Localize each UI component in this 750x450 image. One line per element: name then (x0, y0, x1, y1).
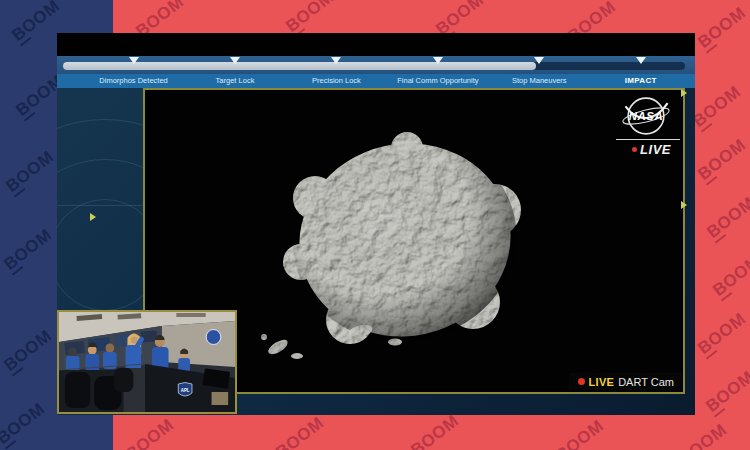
boom-watermark: BOOM (122, 415, 178, 450)
boom-watermark: BOOM (272, 413, 328, 450)
camera-name-label: DART Cam (618, 376, 674, 388)
boom-watermark: BOOM (702, 367, 750, 417)
camera-live-label: LIVE (589, 376, 615, 388)
live-divider-line (616, 139, 680, 140)
timeline-phase-label: Dimorphos Detected (99, 76, 167, 85)
boom-watermark: BOOM (703, 193, 750, 243)
timeline-phase-label: Final Comm Opportunity (397, 76, 478, 85)
mission-control-inset: APL (57, 310, 237, 414)
boom-watermark: BOOM (709, 251, 750, 301)
timeline-marker-3 (433, 57, 443, 64)
edge-arrow-icon (681, 89, 687, 97)
timeline-marker-5 (636, 57, 646, 64)
timeline-track (63, 62, 685, 70)
boom-watermark: BOOM (282, 0, 338, 37)
page-background: BOOMBOOMBOOMBOOMBOOMBOOMBOOMBOOMBOOMBOOM… (0, 0, 750, 450)
timeline-phase-label: Precision Lock (312, 76, 361, 85)
timeline-marker-4 (534, 57, 544, 64)
live-badge: LIVE (632, 142, 671, 157)
timeline-marker-1 (230, 57, 240, 64)
apl-logo-text: APL (181, 388, 190, 393)
boom-watermark: BOOM (689, 82, 745, 132)
graphic-trajectory-line (57, 205, 143, 206)
boom-watermark: BOOM (694, 3, 750, 53)
timeline-marker-2 (331, 57, 341, 64)
nasa-wordmark: NASA (629, 110, 663, 122)
edge-arrow-icon (681, 201, 687, 209)
timeline-phase-label: Target Lock (216, 76, 255, 85)
boom-watermark: BOOM (552, 416, 608, 450)
video-frame[interactable]: Dimorphos DetectedTarget LockPrecision L… (57, 33, 695, 415)
timeline-marker-0 (129, 57, 139, 64)
trajectory-arrow-icon (90, 213, 96, 221)
top-black-bar (57, 33, 695, 56)
camera-name-badge: LIVE DART Cam (569, 373, 682, 390)
boom-watermark: BOOM (407, 411, 463, 450)
timeline-phase-label: Stop Maneuvers (512, 76, 567, 85)
live-label: LIVE (640, 142, 671, 157)
timeline-phase-label: IMPACT (625, 76, 657, 85)
mission-control-scene: APL (59, 312, 235, 412)
boom-watermark: BOOM (694, 135, 750, 185)
record-dot-icon (578, 378, 585, 385)
nasa-logo: NASA (619, 94, 673, 138)
boom-watermark: BOOM (694, 309, 750, 359)
nasa-meatball-wall-logo (206, 330, 221, 345)
live-dot-icon (632, 147, 637, 152)
boom-watermark: BOOM (675, 420, 731, 450)
